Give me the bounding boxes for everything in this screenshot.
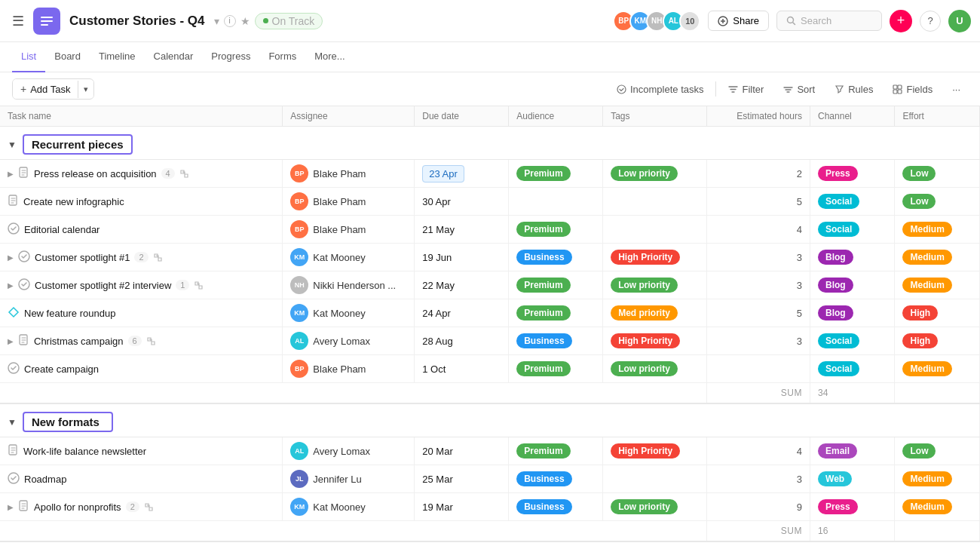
expand-arrow[interactable]: ▶ [8, 170, 14, 178]
task-name-cell: ▶ Press release on acquisition 4 [0, 160, 283, 188]
task-name-cell: Roadmap [0, 465, 283, 493]
task-type-icon [18, 167, 29, 180]
audience-pill: Premium [516, 278, 570, 293]
due-date-cell[interactable]: 19 Mar [415, 493, 509, 521]
table-row[interactable]: Create new infographic BP Blake Pham 30 … [0, 188, 980, 216]
channel-pill: Blog [818, 278, 853, 293]
effort-pill: Medium [902, 499, 951, 514]
section-toggle[interactable]: ▼ [8, 417, 17, 428]
tags-cell: Med priority [603, 299, 706, 327]
due-date-cell[interactable]: 23 Apr [415, 160, 509, 188]
effort-pill: Low [902, 194, 936, 209]
estimated-hours-cell: 9 [706, 493, 810, 521]
info-icon[interactable]: i [224, 15, 236, 27]
task-name[interactable]: Create campaign [24, 363, 99, 375]
table-row[interactable]: Roadmap JL Jennifer Lu 25 Mar Business 3… [0, 465, 980, 493]
rules-button[interactable]: Rules [827, 80, 880, 99]
task-name-cell: New feature roundup [0, 299, 283, 327]
due-date-cell[interactable]: 25 Mar [415, 465, 509, 493]
svg-rect-7 [898, 85, 902, 89]
sum-value: 16 [810, 521, 895, 542]
effort-cell: Medium [895, 271, 980, 299]
help-button[interactable]: ? [920, 11, 941, 32]
tab-timeline[interactable]: Timeline [90, 42, 145, 72]
add-button[interactable]: + [890, 10, 912, 32]
section-name[interactable]: Recurrent pieces [23, 134, 133, 155]
assignee-avatar: JL [290, 470, 308, 488]
audience-cell: Premium [509, 216, 603, 244]
table-row[interactable]: ▶ Apollo for nonprofits 2 KM Kat Mooney … [0, 493, 980, 521]
search-box[interactable]: Search [776, 11, 882, 31]
table-row[interactable]: Editorial calendar BP Blake Pham 21 May … [0, 216, 980, 244]
topbar-right: BP KM NH AL 10 Share Search + ? U [613, 10, 971, 32]
task-type-icon [8, 362, 20, 376]
section-toggle[interactable]: ▼ [8, 140, 17, 150]
effort-cell: Medium [895, 244, 980, 271]
share-button[interactable]: Share [708, 11, 769, 31]
due-date-cell[interactable]: 20 Mar [415, 437, 509, 465]
fields-button[interactable]: Fields [885, 80, 940, 99]
task-name[interactable]: Create new infographic [23, 196, 124, 207]
task-name[interactable]: Christmas campaign [34, 336, 124, 347]
section-name[interactable]: New formats [23, 412, 113, 432]
task-name[interactable]: Work-life balance newsletter [23, 446, 146, 457]
task-name[interactable]: New feature roundup [24, 308, 115, 319]
task-name[interactable]: Customer spotlight #1 [35, 252, 130, 263]
due-date-cell[interactable]: 21 May [415, 216, 509, 244]
table-row[interactable]: ▶ Christmas campaign 6 AL Avery Lomax 28… [0, 327, 980, 355]
filter-button[interactable]: Filter [721, 80, 771, 99]
add-task-button[interactable]: + Add Task ▾ [12, 78, 94, 100]
expand-arrow[interactable]: ▶ [8, 281, 14, 290]
task-name[interactable]: Press release on acquisition [34, 168, 157, 179]
audience-cell: Premium [509, 299, 603, 327]
expand-arrow[interactable]: ▶ [8, 253, 14, 262]
expand-arrow[interactable]: ▶ [8, 337, 14, 345]
task-name[interactable]: Customer spotlight #2 interview [35, 280, 171, 291]
assignee-cell: BP Blake Pham [283, 355, 415, 383]
chevron-down-icon[interactable]: ▾ [214, 15, 219, 27]
assignee-name: Nikki Henderson ... [313, 280, 396, 291]
tab-list[interactable]: List [12, 42, 45, 72]
table-row[interactable]: ▶ Customer spotlight #1 2 KM Kat Mooney … [0, 244, 980, 271]
due-date-value: 30 Apr [422, 196, 451, 207]
tab-forms[interactable]: Forms [259, 42, 305, 72]
user-avatar[interactable]: U [948, 10, 971, 32]
table-row[interactable]: ▶ Customer spotlight #2 interview 1 NH N… [0, 271, 980, 299]
table-row[interactable]: New feature roundup KM Kat Mooney 24 Apr… [0, 299, 980, 327]
table-row[interactable]: Work-life balance newsletter AL Avery Lo… [0, 437, 980, 465]
task-name[interactable]: Apollo for nonprofits [34, 501, 121, 513]
expand-arrow[interactable]: ▶ [8, 503, 14, 511]
incomplete-tasks-button[interactable]: Incomplete tasks [609, 80, 712, 99]
due-date-cell[interactable]: 24 Apr [415, 299, 509, 327]
tab-progress[interactable]: Progress [202, 42, 259, 72]
task-name[interactable]: Roadmap [24, 474, 66, 485]
tab-board[interactable]: Board [45, 42, 90, 72]
avatar-count[interactable]: 10 [679, 11, 700, 32]
menu-icon[interactable]: ☰ [9, 10, 27, 32]
due-date-cell[interactable]: 1 Oct [415, 355, 509, 383]
channel-cell: Social [810, 188, 895, 216]
audience-cell: Premium [509, 271, 603, 299]
channel-cell: Social [810, 216, 895, 244]
table-row[interactable]: Create campaign BP Blake Pham 1 Oct Prem… [0, 355, 980, 383]
add-task-main[interactable]: + Add Task [13, 79, 78, 99]
task-type-icon [8, 195, 19, 208]
audience-pill: Business [516, 471, 571, 486]
sort-button[interactable]: Sort [776, 80, 822, 99]
due-date-cell[interactable]: 30 Apr [415, 188, 509, 216]
star-icon[interactable]: ★ [240, 15, 250, 27]
task-name[interactable]: Editorial calendar [24, 224, 100, 235]
status-badge[interactable]: On Track [255, 13, 323, 29]
due-date-cell[interactable]: 19 Jun [415, 244, 509, 271]
audience-cell: Business [509, 244, 603, 271]
audience-pill: Premium [516, 222, 570, 237]
add-task-dropdown-arrow[interactable]: ▾ [78, 81, 93, 98]
tab-more[interactable]: More... [305, 42, 354, 72]
due-date-cell[interactable]: 28 Aug [415, 327, 509, 355]
table-row[interactable]: ▶ Press release on acquisition 4 BP Blak… [0, 160, 980, 188]
assignee-cell: BP Blake Pham [283, 188, 415, 216]
more-options-button[interactable]: ··· [945, 80, 968, 99]
share-label: Share [733, 15, 759, 26]
tab-calendar[interactable]: Calendar [145, 42, 203, 72]
due-date-cell[interactable]: 22 May [415, 271, 509, 299]
